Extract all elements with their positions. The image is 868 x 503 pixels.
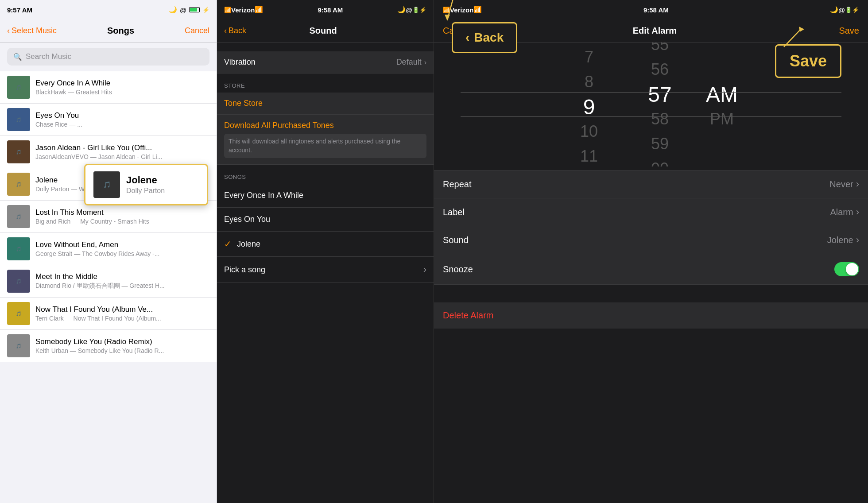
svg-marker-1 xyxy=(445,15,450,21)
label-row[interactable]: Label Alarm › xyxy=(434,198,868,226)
location-icon-3: @ xyxy=(838,6,845,14)
tone-store-row[interactable]: Tone Store xyxy=(217,93,434,115)
svg-marker-3 xyxy=(799,27,804,32)
jolene-tooltip: 🎵 Jolene Dolly Parton xyxy=(84,164,208,205)
minute-item: 00 xyxy=(629,156,691,166)
hour-item: 8 xyxy=(558,70,620,94)
vibration-row[interactable]: Vibration Default › xyxy=(217,51,434,74)
list-item[interactable]: 🎵 Now That I Found You (Album Ve... Terr… xyxy=(0,298,217,330)
tone-store-text: Tone Store xyxy=(224,99,263,108)
checkmark-icon: ✓ xyxy=(224,239,232,249)
sound-row[interactable]: Sound Jolene › xyxy=(434,226,868,254)
signal-icon: 📶 xyxy=(224,7,231,13)
edit-alarm-title: Edit Alarm xyxy=(633,26,677,36)
list-item[interactable]: 🎵 Every Once In A While BlackHawk — Grea… xyxy=(0,71,217,104)
delete-section: Delete Alarm xyxy=(434,302,868,329)
save-annotation-text: Save xyxy=(790,52,827,70)
store-section-label: STORE xyxy=(217,74,434,93)
tooltip-album-art: 🎵 xyxy=(93,171,120,198)
annotation-back-text: Back xyxy=(474,31,504,45)
download-text: Download All Purchased Tones xyxy=(224,121,334,130)
list-item[interactable]: 🎵 Somebody Like You (Radio Remix) Keith … xyxy=(0,330,217,362)
label-chevron-icon: › xyxy=(856,206,859,218)
repeat-value: Never › xyxy=(829,178,859,190)
back-button-2[interactable]: ‹ Back xyxy=(224,26,246,35)
album-art: 🎵 xyxy=(7,140,30,163)
song-info: Now That I Found You (Album Ve... Terri … xyxy=(35,305,209,322)
panel-select-music: 9:57 AM 🌙 @ ⚡ ‹ Select Music Songs Cance… xyxy=(0,0,217,503)
download-desc: This will download all ringtones and ale… xyxy=(224,134,426,158)
period-picker[interactable]: AM PM xyxy=(700,82,744,132)
tooltip-song-name: Jolene xyxy=(126,174,165,186)
chevron-icon: › xyxy=(424,58,426,66)
minute-item: 59 xyxy=(629,132,691,156)
battery-icon-2: 🔋 xyxy=(412,7,419,13)
save-annotation: Save xyxy=(775,44,841,78)
snooze-row[interactable]: Snooze xyxy=(434,254,868,285)
minute-picker[interactable]: 55 56 57 58 59 00 xyxy=(629,43,691,166)
search-placeholder: Search Music xyxy=(26,52,71,61)
song-row-every-once[interactable]: Every Once In A While xyxy=(217,184,434,208)
repeat-row[interactable]: Repeat Never › xyxy=(434,170,868,198)
svg-line-0 xyxy=(447,0,461,20)
pick-a-song-row[interactable]: Pick a song › xyxy=(217,257,434,283)
delete-alarm-button[interactable]: Delete Alarm xyxy=(443,310,494,320)
songs-title: Songs xyxy=(107,26,134,36)
status-bar-1: 9:57 AM 🌙 @ ⚡ xyxy=(0,0,217,19)
moon-icon: 🌙 xyxy=(169,6,177,14)
back-chevron-2-icon: ‹ xyxy=(224,26,227,35)
status-icons-1: 🌙 @ ⚡ xyxy=(169,6,209,14)
sound-label: Sound xyxy=(443,235,469,245)
save-button-3[interactable]: Save xyxy=(839,26,859,36)
list-item[interactable]: 🎵 Love Without End, Amen George Strait —… xyxy=(0,233,217,265)
vibration-value: Default › xyxy=(396,58,426,67)
song-info: Meet In the Middle Diamond Rio / 里歐鑽石合唱團… xyxy=(35,272,209,290)
hour-selected: 9 xyxy=(558,94,620,119)
charge-icon-3: ⚡ xyxy=(852,7,859,13)
song-title: Eyes On You xyxy=(35,111,209,120)
list-item[interactable]: 🎵 Meet In the Middle Diamond Rio / 里歐鑽石合… xyxy=(0,265,217,298)
moon-icon-3: 🌙 xyxy=(830,6,838,14)
album-art: 🎵 xyxy=(7,237,30,260)
song-title: Somebody Like You (Radio Remix) xyxy=(35,337,209,346)
hour-picker[interactable]: 6 7 8 9 10 11 12 xyxy=(558,43,620,166)
select-music-button[interactable]: ‹ Select Music xyxy=(7,26,57,35)
download-all-row[interactable]: Download All Purchased Tones This will d… xyxy=(217,115,434,165)
battery-icon xyxy=(189,7,200,12)
wifi-icon: 📶 xyxy=(255,6,263,14)
back-annotation-container: ‹ Back xyxy=(452,22,517,53)
song-artist: BlackHawk — Greatest Hits xyxy=(35,89,209,96)
list-item[interactable]: 🎵 Eyes On You Chase Rice — ... xyxy=(0,104,217,136)
search-bar[interactable]: 🔍 Search Music xyxy=(7,48,209,66)
minute-item: 55 xyxy=(629,43,691,57)
album-art: 🎵 xyxy=(7,173,30,196)
sound-value: Jolene › xyxy=(827,234,859,246)
album-art: 🎵 xyxy=(7,205,30,228)
snooze-toggle[interactable] xyxy=(834,262,859,276)
song-row-left: ✓ Jolene xyxy=(224,239,260,249)
hour-item: 11 xyxy=(558,144,620,166)
song-info: Eyes On You Chase Rice — ... xyxy=(35,111,209,128)
nav-bar-1: ‹ Select Music Songs Cancel xyxy=(0,19,217,43)
song-info: Love Without End, Amen George Strait — T… xyxy=(35,240,209,257)
cancel-button[interactable]: Cancel xyxy=(185,26,209,35)
list-item-jolene[interactable]: 🎵 Jolene Dolly Parton — Women & Kadinlar… xyxy=(0,168,217,201)
charge-icon: ⚡ xyxy=(202,7,209,13)
status-time-3: 9:58 AM xyxy=(482,6,830,14)
song-title: Lost In This Moment xyxy=(35,208,209,217)
album-art: 🎵 xyxy=(7,302,30,325)
nav-bar-2: ‹ Back Sound xyxy=(217,19,434,43)
song-row-eyes-on-you[interactable]: Eyes On You xyxy=(217,208,434,232)
status-bar-3: 📶 Verizon 📶 9:58 AM 🌙 @ 🔋 ⚡ xyxy=(434,0,868,19)
vibration-label: Vibration xyxy=(224,58,256,67)
label-label: Label xyxy=(443,207,465,217)
carrier-2: Verizon xyxy=(231,6,255,14)
song-artist: Big and Rich — My Country - Smash Hits xyxy=(35,218,209,225)
album-art: 🎵 xyxy=(7,108,30,131)
search-icon: 🔍 xyxy=(13,53,22,61)
song-list: 🎵 Every Once In A While BlackHawk — Grea… xyxy=(0,71,217,503)
song-row-jolene[interactable]: ✓ Jolene xyxy=(217,232,434,257)
song-row-left: Eyes On You xyxy=(224,215,270,224)
pick-song-text: Pick a song xyxy=(224,265,265,275)
back-annotation-box: ‹ Back xyxy=(452,22,517,53)
